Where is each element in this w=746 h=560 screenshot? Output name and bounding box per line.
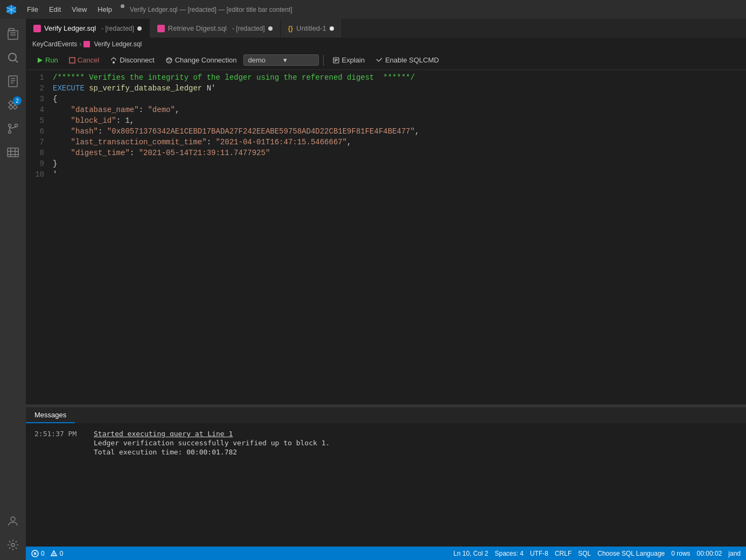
activity-notebook[interactable] [2,71,24,92]
svg-point-33 [53,555,54,555]
code-line-9: 9 } [26,158,746,169]
change-connection-button[interactable]: Change Connection [161,55,241,65]
code-line-4: 4 "database_name": "demo", [26,104,746,115]
svg-rect-13 [8,148,18,157]
tab-json-icon: {} [288,25,293,32]
code-line-5: 5 "block_id": 1, [26,115,746,126]
menu-file[interactable]: File [23,4,43,15]
cancel-button[interactable]: Cancel [65,55,103,65]
breadcrumb-separator: › [79,40,81,48]
extensions-badge: 2 [13,96,22,105]
status-user: jand [728,550,741,557]
tab-dot-1 [137,26,142,31]
run-label: Run [45,56,58,64]
svg-line-5 [16,60,18,63]
svg-point-19 [11,543,15,547]
status-errors[interactable]: 0 0 [31,550,63,557]
tab-server-2: - [redacted] [232,25,265,32]
tab-dot-3 [330,26,334,31]
activity-bar: 2 [0,19,26,560]
explain-button[interactable]: Explain [328,55,369,65]
results-tab-messages[interactable]: Messages [26,407,75,423]
menu-view[interactable]: View [67,4,91,15]
svg-point-4 [9,53,16,61]
results-content: 2:51:37 PM Started executing query at Li… [26,423,746,547]
toolbar-separator [323,55,324,66]
svg-point-18 [11,517,15,521]
message-line-2: Total execution time: 00:00:01.782 [94,448,330,456]
unsaved-indicator [121,4,124,8]
dropdown-arrow: ▾ [283,56,314,64]
message-row-1: 2:51:37 PM Started executing query at Li… [26,428,746,458]
connection-value: demo [248,56,279,64]
results-panel: Messages 2:51:37 PM Started executing qu… [26,407,746,547]
window-title: Verify Ledger.sql — [redacted] — [editor… [130,6,741,13]
code-editor[interactable]: 1 /****** Verifies the integrity of the … [26,70,746,404]
svg-marker-20 [38,58,43,63]
toolbar: Run Cancel Disconnect [26,51,746,70]
code-line-1: 1 /****** Verifies the integrity of the … [26,72,746,83]
activity-settings[interactable] [2,534,24,556]
tab-bar: Verify Ledger.sql - [redacted] Retrieve … [26,19,746,38]
message-line-1: Ledger verification successfully verifie… [94,439,330,447]
change-connection-label: Change Connection [175,56,237,64]
activity-account[interactable] [2,510,24,532]
tab-db-icon-2 [157,25,165,32]
tab-label-3: Untitled-1 [296,24,326,32]
code-line-7: 7 "last_transaction_commit_time": "2021-… [26,137,746,148]
disconnect-label: Disconnect [120,56,154,64]
menu-help[interactable]: Help [93,4,116,15]
svg-rect-6 [9,76,17,87]
breadcrumb-db-icon [83,41,90,47]
breadcrumb-part-2[interactable]: Verify Ledger.sql [94,40,142,48]
status-language[interactable]: SQL [578,550,591,557]
status-rows: 0 rows [671,550,690,557]
app-logo [5,4,17,16]
disconnect-button[interactable]: Disconnect [106,55,158,65]
tab-label-1: Verify Ledger.sql [44,24,96,32]
code-line-3: 3 { [26,94,746,104]
tab-verify-ledger[interactable]: Verify Ledger.sql - [redacted] [26,19,150,38]
tab-retrieve-digest[interactable]: Retrieve Digest.sql - [redacted] [150,19,281,38]
code-line-2: 2 EXECUTE sp_verify_database_ledger N' [26,83,746,94]
status-time: 00:00:02 [697,550,722,557]
error-count: 0 [41,550,45,557]
activity-extensions[interactable]: 2 [2,94,24,116]
status-cursor[interactable]: Ln 10, Col 2 [454,550,489,557]
title-bar: File Edit View Help Verify Ledger.sql — … [0,0,746,19]
breadcrumb: KeyCardEvents › Verify Ledger.sql [26,38,746,51]
run-button[interactable]: Run [32,55,62,65]
enable-sqlcmd-label: Enable SQLCMD [385,56,439,64]
svg-point-10 [9,131,11,134]
menu-edit[interactable]: Edit [45,4,65,15]
status-choose-language[interactable]: Choose SQL Language [597,550,665,557]
tab-db-icon-1 [33,25,41,32]
message-time-1: 2:51:37 PM [34,430,83,456]
message-link-1[interactable]: Started executing query at Line 1 [94,430,330,438]
status-encoding[interactable]: UTF-8 [530,550,548,557]
code-line-8: 8 "digest_time": "2021-05-14T21:39:11.74… [26,148,746,158]
explain-label: Explain [342,56,365,64]
results-tabs: Messages [26,407,746,423]
svg-rect-21 [69,58,75,63]
svg-point-23 [113,61,115,64]
status-spaces[interactable]: Spaces: 4 [495,550,524,557]
enable-sqlcmd-button[interactable]: Enable SQLCMD [371,55,443,65]
tab-untitled[interactable]: {} Untitled-1 [281,19,342,38]
tab-dot-2 [268,26,273,31]
tab-server-1: - [redacted] [101,25,134,32]
activity-search[interactable] [2,47,24,68]
status-bar: 0 0 Ln 10, Col 2 Spaces: 4 UTF-8 CRLF SQ… [26,547,746,560]
activity-table[interactable] [2,142,24,163]
code-line-10: 10 ' [26,169,746,180]
activity-git[interactable] [2,118,24,139]
cancel-label: Cancel [78,56,99,64]
connection-dropdown[interactable]: demo ▾ [243,54,319,66]
breadcrumb-part-1[interactable]: KeyCardEvents [32,40,77,48]
status-line-ending[interactable]: CRLF [555,550,571,557]
activity-explorer[interactable] [2,23,24,45]
menu-bar: File Edit View Help [23,4,124,15]
svg-point-11 [15,124,18,127]
tab-label-2: Retrieve Digest.sql [168,24,227,32]
code-line-6: 6 "hash": "0x80571376342AE1CEBD17BADA27F… [26,126,746,137]
